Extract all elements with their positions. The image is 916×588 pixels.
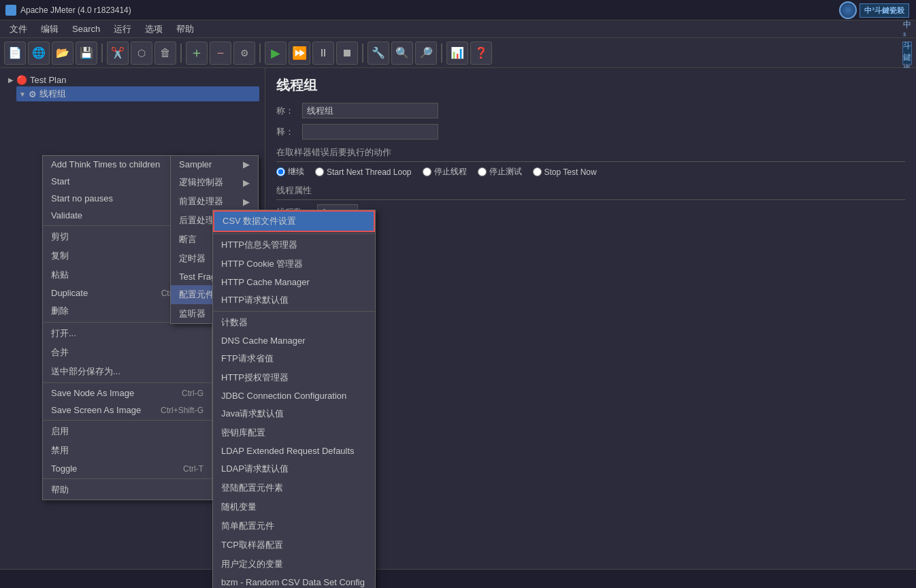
title-bar: Apache JMeter (4.0 r1823414) 中³斗鍵瓷殺 [0,0,916,20]
tools-button[interactable]: 🔧 [367,42,389,65]
ctx-sep5 [43,478,212,479]
templates-button[interactable]: 🌐 [28,42,50,65]
tree-icon-testplan: 🔴 [16,75,27,85]
copy-button[interactable]: ⬡ [131,42,152,65]
status-bar [0,569,916,588]
logo-icon [839,1,857,19]
ctx-sep4 [43,420,212,421]
config-keystore[interactable]: 密钥库配置 [213,423,375,442]
sep3 [259,44,261,63]
logo-text: 中³斗鍵瓷殺 [860,3,909,18]
tree-item-testplan[interactable]: ▶ 🔴 Test Plan [5,74,259,86]
config-http-cookie[interactable]: HTTP Cookie 管理器 [213,255,375,274]
comment-row: 释： [276,124,905,140]
config-dns-cache[interactable]: DNS Cache Manager [213,332,375,349]
ctx-merge[interactable]: 合并 [43,343,212,362]
submenu-logic-controller[interactable]: 逻辑控制器 ▶ [171,173,258,192]
config-sep1 [213,233,375,234]
config-jdbc[interactable]: JDBC Connection Configuration [213,387,375,404]
config-tcp[interactable]: TCP取样器配置 [213,536,375,555]
search-button[interactable]: 🔍 [391,42,413,65]
menu-bar: 文件 编辑 Search 运行 选项 帮助 [0,20,916,38]
tree-label-threadgroup: 线程组 [39,88,66,100]
config-ftp-defaults[interactable]: FTP请求省值 [213,349,375,368]
config-ldap-ext[interactable]: LDAP Extended Request Defaults [213,442,375,459]
ctx-save-screen[interactable]: Save Screen As Image Ctrl+Shift-G [43,402,212,419]
submenu-pre-processor[interactable]: 前置处理器 ▶ [171,192,258,211]
stop-button[interactable]: ⏸ [312,42,334,65]
name-input[interactable] [302,103,438,118]
config-login[interactable]: 登陆配置元件素 [213,478,375,497]
tree-item-threadgroup[interactable]: ▼ ⚙ 线程组 [16,86,259,101]
name-label: 称： [276,105,297,117]
config-java-defaults[interactable]: Java请求默认值 [213,404,375,423]
config-button[interactable]: ⚙ [233,42,255,65]
radio-stop-test-now[interactable]: Stop Test Now [533,167,597,177]
remove-button[interactable]: － [210,42,231,65]
ctx-disable[interactable]: 禁用 [43,441,212,460]
panel-title: 线程组 [276,76,905,95]
ctx-sep3 [43,382,212,383]
config-http-auth[interactable]: HTTP授权管理器 [213,368,375,387]
config-http-header[interactable]: HTTP信息头管理器 [213,235,375,255]
menu-search[interactable]: Search [65,22,107,35]
menu-help[interactable]: 帮助 [169,22,201,37]
main-layout: ▶ 🔴 Test Plan ▼ ⚙ 线程组 Add Think Times to… [0,68,916,588]
arrow-icon2: ▼ [19,91,26,98]
menu-edit[interactable]: 编辑 [34,22,65,37]
menu-file[interactable]: 文件 [3,22,34,37]
config-http-defaults[interactable]: HTTP请求默认值 [213,291,375,310]
tree-area: ▶ 🔴 Test Plan ▼ ⚙ 线程组 [0,68,265,107]
menu-options[interactable]: 选项 [138,22,169,37]
radio-stop-thread[interactable]: 停止线程 [423,166,467,178]
save-button[interactable]: 💾 [76,42,97,65]
config-counter[interactable]: 计数器 [213,313,375,332]
comment-label: 释： [276,126,297,138]
menu-run[interactable]: 运行 [107,22,138,37]
search2-button[interactable]: 🔎 [415,42,437,65]
shutdown-button[interactable]: ⏹ [336,42,358,65]
start-no-pauses-button[interactable]: ⏩ [289,42,310,65]
ctx-help[interactable]: 帮助 [43,480,212,500]
ctx-enable[interactable]: 启用 [43,422,212,441]
open-button[interactable]: 📂 [52,42,73,65]
help-button[interactable]: ❓ [470,42,492,65]
radio-continue[interactable]: 继续 [276,166,304,178]
arrow-icon: ▶ [8,76,14,84]
tree-icon-threadgroup: ⚙ [29,89,37,99]
config-ldap-defaults[interactable]: LDAP请求默认值 [213,459,375,478]
sep1 [101,44,103,63]
ctx-save-node[interactable]: Save Node As Image Ctrl-G [43,385,212,402]
sep5 [441,44,442,63]
new-button[interactable]: 📄 [4,42,26,65]
report-button[interactable]: 📊 [446,42,468,65]
config-csv-item[interactable]: CSV 数据文件设置 [213,210,375,232]
add-button[interactable]: ＋ [186,42,208,65]
radio-stop-test[interactable]: 停止测试 [478,166,522,178]
tree-label-testplan: Test Plan [30,75,66,85]
ctx-open[interactable]: 打开... [43,324,212,343]
name-row: 称： [276,103,905,118]
submenu-sampler[interactable]: Sampler ▶ [171,156,258,173]
config-user-vars[interactable]: 用户定义的变量 [213,555,375,574]
config-submenu: CSV 数据文件设置 HTTP信息头管理器 HTTP Cookie 管理器 HT… [212,210,376,588]
config-simple[interactable]: 简单配置元件 [213,517,375,536]
logo-area: 中³斗鍵瓷殺 [839,1,909,19]
toolbar: 📄 🌐 📂 💾 ✂️ ⬡ 🗑 ＋ － ⚙ ▶ ⏩ ⏸ ⏹ 🔧 🔍 🔎 📊 ❓ 中… [0,38,916,68]
thread-props-label: 线程属性 [276,184,905,200]
error-action-label: 在取样器错误后要执行的动作 [276,146,905,162]
config-sep2 [213,311,375,312]
config-http-cache[interactable]: HTTP Cache Manager [213,274,375,291]
cut-button[interactable]: ✂️ [107,42,129,65]
comment-input[interactable] [302,124,438,140]
sep2 [180,44,182,63]
sep4 [362,44,363,63]
radio-next-thread-loop[interactable]: Start Next Thread Loop [315,167,412,177]
ctx-toggle[interactable]: Toggle Ctrl-T [43,460,212,477]
app-title: Apache JMeter (4.0 r1823414) [20,5,131,15]
ctx-save-part[interactable]: 送中部分保存为... [43,362,212,381]
delete-button[interactable]: 🗑 [154,42,176,65]
config-bzm-csv[interactable]: bzm - Random CSV Data Set Config [213,574,375,588]
start-button[interactable]: ▶ [265,42,287,65]
config-random-var[interactable]: 随机变量 [213,497,375,517]
